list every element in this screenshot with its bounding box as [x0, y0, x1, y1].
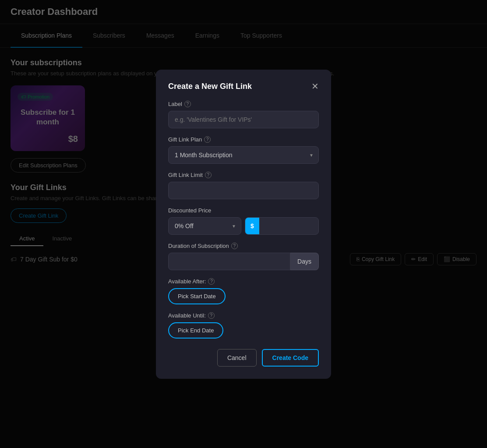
modal-close-button[interactable]: ✕: [311, 82, 319, 91]
pick-start-date-button[interactable]: Pick Start Date: [168, 288, 226, 304]
cancel-button[interactable]: Cancel: [217, 349, 257, 367]
label-input[interactable]: [168, 111, 319, 128]
price-amount-input[interactable]: 8: [259, 218, 286, 234]
gift-link-plan-group: Gift Link Plan ? 1 Month Subscription 3 …: [168, 136, 319, 164]
duration-group: Duration of Subscription ? 7 Days: [168, 243, 319, 270]
label-help-icon[interactable]: ?: [184, 101, 191, 107]
modal-header: Create a New Gift Link ✕: [168, 82, 319, 91]
modal-title: Create a New Gift Link: [168, 82, 252, 91]
available-until-group: Available Until: ? Pick End Date: [168, 312, 319, 339]
gift-link-plan-select[interactable]: 1 Month Subscription 3 Month Subscriptio…: [168, 146, 319, 164]
label-group: Label ?: [168, 101, 319, 128]
duration-unit-button[interactable]: Days: [290, 253, 319, 270]
gift-link-limit-label: Gift Link Limit ?: [168, 172, 319, 178]
price-amount-wrapper: $ 8: [245, 217, 319, 235]
gift-link-limit-help-icon[interactable]: ?: [205, 172, 212, 178]
available-after-group: Available After: ? Pick Start Date: [168, 278, 319, 304]
discounted-price-group: Discounted Price 0% Off 10% Off 20% Off …: [168, 207, 319, 235]
gift-link-limit-group: Gift Link Limit ? 100: [168, 172, 319, 199]
available-until-help-icon[interactable]: ?: [208, 312, 215, 319]
duration-row: 7 Days: [168, 253, 319, 270]
available-after-help-icon[interactable]: ?: [208, 278, 215, 285]
discount-select-wrapper: 0% Off 10% Off 20% Off 50% Off 100% Off: [168, 217, 241, 235]
label-field-label: Label ?: [168, 101, 319, 107]
duration-input[interactable]: 7: [168, 253, 290, 270]
modal-overlay[interactable]: Create a New Gift Link ✕ Label ? Gift Li…: [0, 0, 487, 448]
available-until-label: Available Until: ?: [168, 312, 319, 319]
duration-help-icon[interactable]: ?: [231, 243, 238, 249]
discounted-price-label: Discounted Price: [168, 207, 319, 214]
gift-link-plan-label: Gift Link Plan ?: [168, 136, 319, 143]
gift-link-plan-select-wrapper: 1 Month Subscription 3 Month Subscriptio…: [168, 146, 319, 164]
price-row: 0% Off 10% Off 20% Off 50% Off 100% Off …: [168, 217, 319, 235]
price-currency: $: [245, 218, 259, 234]
modal-footer: Cancel Create Code: [168, 349, 319, 367]
create-code-button[interactable]: Create Code: [262, 349, 319, 367]
gift-link-plan-help-icon[interactable]: ?: [204, 136, 211, 143]
available-after-label: Available After: ?: [168, 278, 319, 285]
duration-label: Duration of Subscription ?: [168, 243, 319, 249]
pick-end-date-button[interactable]: Pick End Date: [168, 322, 223, 339]
create-gift-link-modal: Create a New Gift Link ✕ Label ? Gift Li…: [156, 70, 331, 379]
gift-link-limit-input[interactable]: 100: [168, 182, 319, 199]
discount-select[interactable]: 0% Off 10% Off 20% Off 50% Off 100% Off: [168, 217, 241, 235]
